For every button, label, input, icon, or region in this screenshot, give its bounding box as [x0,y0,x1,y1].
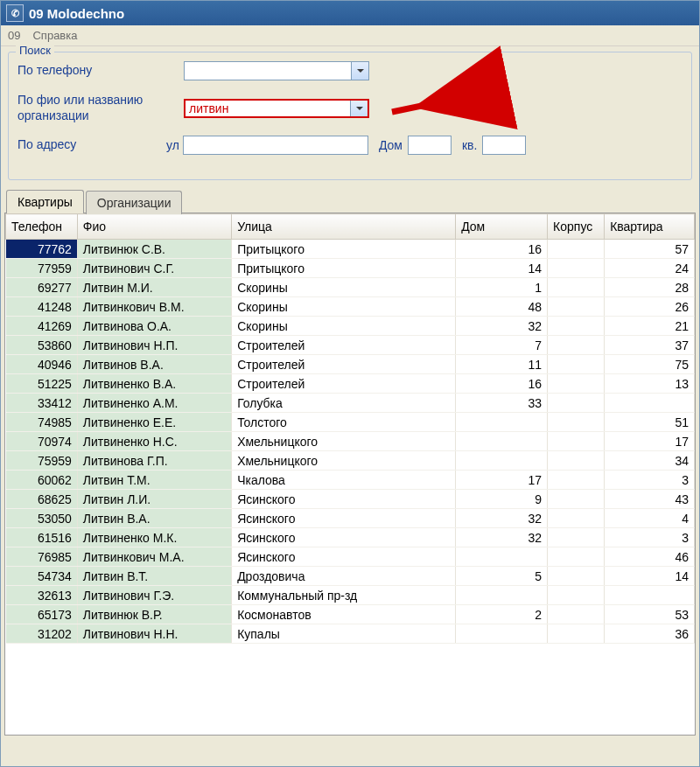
cell-fio: Литвин Т.М. [77,471,231,490]
flat-input[interactable] [482,136,526,155]
cell-house: 1 [456,278,548,297]
cell-house: 14 [456,259,548,278]
cell-street: Толстого [232,413,456,432]
cell-korpus [548,586,605,605]
cell-flat: 14 [605,567,695,586]
street-prefix: ул [166,138,179,152]
cell-flat: 75 [605,355,695,374]
table-row[interactable]: 74985Литвиненко Е.Е.Толстого51 [6,413,695,432]
cell-street: Ясинского [232,490,456,509]
col-korpus[interactable]: Корпус [548,214,605,240]
cell-flat: 17 [605,432,695,451]
table-row[interactable]: 75959Литвинова Г.П.Хмельницкого34 [6,451,695,471]
table-row[interactable]: 53050Литвин В.А.Ясинского324 [6,509,695,528]
chevron-down-icon [357,67,364,74]
cell-house [456,413,548,432]
cell-korpus [548,509,605,528]
table-row[interactable]: 32613Литвинович Г.Э.Коммунальный пр-зд [6,586,695,605]
search-group: Поиск По телефону По фио или названию ор… [8,52,692,180]
cell-street: Хмельницкого [232,451,456,471]
by-fio-label: По фио или названию организации [18,93,184,123]
table-row[interactable]: 69277Литвин М.И.Скорины128 [6,278,695,297]
cell-fio: Литвинова Г.П. [77,451,231,471]
house-input[interactable] [408,136,452,155]
menu-09[interactable]: 09 [8,29,20,42]
table-row[interactable]: 31202Литвинович Н.Н.Купалы36 [6,624,695,644]
cell-phone: 75959 [6,451,78,471]
cell-house: 9 [456,490,548,509]
col-house[interactable]: Дом [456,214,548,240]
search-legend: Поиск [16,44,54,57]
street-input[interactable] [183,136,368,155]
by-fio-combo[interactable] [184,99,369,118]
table-row[interactable]: 76985Литвинкович М.А.Ясинского46 [6,547,695,567]
tab-apartments[interactable]: Квартиры [6,190,84,213]
cell-phone: 74985 [6,413,78,432]
titlebar[interactable]: ✆ 09 Molodechno [1,1,699,25]
table-row[interactable]: 60062Литвин Т.М.Чкалова173 [6,471,695,490]
cell-street: Ясинского [232,509,456,528]
table-row[interactable]: 40946Литвинов В.А.Строителей1175 [6,355,695,374]
table-row[interactable]: 54734Литвин В.Т.Дроздовича514 [6,567,695,586]
menu-help[interactable]: Справка [32,29,77,42]
by-fio-input[interactable] [186,101,350,116]
tab-organizations[interactable]: Организации [86,191,183,214]
cell-house: 32 [456,317,548,336]
cell-phone: 41269 [6,317,78,336]
cell-korpus [548,451,605,471]
table-row[interactable]: 51225Литвиненко В.А.Строителей1613 [6,374,695,394]
table-row[interactable]: 33412Литвиненко А.М.Голубка33 [6,394,695,413]
cell-flat: 3 [605,471,695,490]
col-fio[interactable]: Фио [77,214,231,240]
cell-house: 16 [456,240,548,259]
table-row[interactable]: 77762Литвинюк С.В.Притыцкого1657 [6,240,695,259]
cell-phone: 70974 [6,432,78,451]
cell-street: Строителей [232,355,456,374]
by-fio-dropdown-button[interactable] [350,101,368,116]
table-row[interactable]: 77959Литвинович С.Г.Притыцкого1424 [6,259,695,278]
cell-street: Чкалова [232,471,456,490]
cell-flat: 34 [605,451,695,471]
cell-korpus [548,413,605,432]
cell-street: Скорины [232,297,456,317]
flat-label: кв. [462,138,477,152]
app-icon: ✆ [6,4,24,22]
cell-house: 32 [456,528,548,547]
cell-phone: 40946 [6,355,78,374]
col-phone[interactable]: Телефон [6,214,78,240]
cell-street: Голубка [232,394,456,413]
cell-fio: Литвин М.И. [77,278,231,297]
cell-fio: Литвинюк В.Р. [77,605,231,624]
cell-fio: Литвин Л.И. [77,490,231,509]
by-phone-combo[interactable] [184,61,369,80]
cell-flat: 26 [605,297,695,317]
cell-fio: Литвиненко Е.Е. [77,413,231,432]
by-phone-input[interactable] [185,62,351,80]
results-grid[interactable]: Телефон Фио Улица Дом Корпус Квартира 77… [5,213,695,644]
table-row[interactable]: 65173Литвинюк В.Р.Космонавтов253 [6,605,695,624]
cell-korpus [548,278,605,297]
col-street[interactable]: Улица [232,214,456,240]
cell-fio: Литвиненко В.А. [77,374,231,394]
cell-flat: 24 [605,259,695,278]
table-row[interactable]: 41269Литвинова О.А.Скорины3221 [6,317,695,336]
header-row: Телефон Фио Улица Дом Корпус Квартира [6,214,695,240]
cell-house: 17 [456,471,548,490]
by-phone-dropdown-button[interactable] [351,62,368,80]
cell-street: Скорины [232,278,456,297]
cell-korpus [548,355,605,374]
table-row[interactable]: 68625Литвин Л.И.Ясинского943 [6,490,695,509]
table-row[interactable]: 61516Литвиненко М.К.Ясинского323 [6,528,695,547]
cell-korpus [548,567,605,586]
table-row[interactable]: 70974Литвиненко Н.С.Хмельницкого17 [6,432,695,451]
col-flat[interactable]: Квартира [605,214,695,240]
cell-house: 11 [456,355,548,374]
cell-korpus [548,240,605,259]
cell-flat: 46 [605,547,695,567]
table-row[interactable]: 41248Литвинкович В.М.Скорины4826 [6,297,695,317]
cell-phone: 69277 [6,278,78,297]
cell-street: Притыцкого [232,259,456,278]
cell-street: Строителей [232,374,456,394]
table-row[interactable]: 53860Литвинович Н.П.Строителей737 [6,336,695,355]
cell-fio: Литвинович Н.Н. [77,624,231,644]
